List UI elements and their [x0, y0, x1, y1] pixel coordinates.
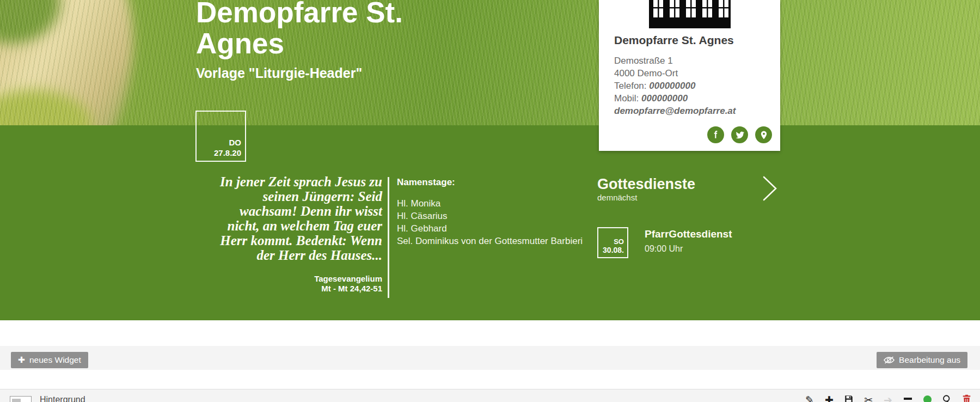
add-icon[interactable]: ✚	[824, 394, 835, 402]
minus-icon[interactable]	[902, 394, 913, 402]
hero-header: Demopfarre St. Agnes Vorlage "Liturgie-H…	[0, 0, 980, 125]
event-date: 30.08.	[603, 246, 624, 255]
editor-icon-row: ✎ ✚ ✂ ➔	[804, 394, 972, 402]
edit-pencil-icon[interactable]: ✎	[804, 394, 815, 402]
contact-street: Demostraße 1	[614, 54, 736, 67]
editor-toolbar: ✚ neues Widget Bearbeitung aus	[0, 346, 980, 370]
services-section: Gottesdienste demnächst	[597, 176, 782, 202]
new-widget-button[interactable]: ✚ neues Widget	[11, 352, 88, 368]
status-dot-icon[interactable]	[922, 394, 933, 402]
namenstage-item: Sel. Dominikus von der Gottesmutter Barb…	[397, 235, 593, 247]
edit-off-label: Bearbeitung aus	[899, 355, 960, 365]
contact-phone: 000000000	[649, 81, 695, 91]
parish-logo	[649, 0, 731, 28]
services-subheading: demnächst	[597, 193, 782, 202]
namenstage-section: Namenstage: Hl. Monika Hl. Cäsarius Hl. …	[397, 177, 593, 247]
page: Demopfarre St. Agnes Vorlage "Liturgie-H…	[0, 0, 980, 402]
eye-slash-icon	[884, 356, 895, 364]
services-heading[interactable]: Gottesdienste	[597, 176, 782, 192]
chevron-right-icon[interactable]	[762, 176, 777, 201]
liturgy-date-box: DO 27.8.20	[195, 111, 246, 162]
facebook-icon[interactable]	[707, 126, 724, 143]
plus-icon: ✚	[18, 355, 25, 365]
contact-mobile-line: Mobil: 000000000	[614, 92, 736, 105]
liturgy-date-day: DO	[229, 137, 242, 148]
gospel-source: Tagesevangelium Mt - Mt 24,42-51	[250, 274, 382, 294]
gospel-source-label: Tagesevangelium	[250, 274, 382, 284]
page-subtitle: Vorlage "Liturgie-Header"	[196, 65, 362, 81]
gospel-quote: In jener Zeit sprach Jesus zu seinen Jün…	[206, 174, 382, 263]
namenstage-item: Hl. Gebhard	[397, 222, 593, 235]
background-editor-bar: Hintergrund ✎ ✚ ✂ ➔	[0, 389, 980, 402]
gospel-source-ref: Mt - Mt 24,42-51	[250, 284, 382, 294]
namenstage-item: Hl. Monika	[397, 197, 593, 210]
edit-off-button[interactable]: Bearbeitung aus	[877, 352, 967, 368]
namenstage-heading: Namenstage:	[397, 177, 593, 188]
grass-photo-decoration	[0, 90, 93, 125]
vertical-divider	[388, 177, 389, 298]
namenstage-item: Hl. Cäsarius	[397, 210, 593, 222]
contact-address: Demostraße 1 4000 Demo-Ort Telefon: 0000…	[614, 54, 736, 117]
background-label: Hintergrund	[40, 395, 85, 402]
event-date-box: SO 30.08.	[597, 227, 628, 258]
grass-photo-decoration	[0, 0, 60, 44]
event-time: 09:00 Uhr	[645, 244, 732, 254]
contact-mobile: 000000000	[641, 93, 688, 103]
arrow-icon[interactable]: ➔	[883, 394, 893, 402]
event-title[interactable]: PfarrGottesdienst	[645, 228, 732, 240]
magnifier-icon[interactable]	[941, 394, 952, 402]
contact-name: Demopfarre St. Agnes	[614, 34, 734, 47]
background-thumbnail[interactable]	[10, 396, 32, 402]
page-title: Demopfarre St. Agnes	[196, 0, 457, 59]
twitter-icon[interactable]	[731, 126, 748, 143]
dirt-path-photo	[0, 0, 166, 125]
service-event-row[interactable]: SO 30.08. PfarrGottesdienst 09:00 Uhr	[597, 227, 732, 258]
cut-icon[interactable]: ✂	[863, 394, 874, 402]
social-links	[707, 126, 772, 143]
save-icon[interactable]	[843, 394, 854, 402]
location-pin-icon[interactable]	[755, 126, 772, 143]
liturgy-date-value: 27.8.20	[214, 148, 241, 158]
contact-city: 4000 Demo-Ort	[614, 67, 736, 80]
contact-phone-line: Telefon: 000000000	[614, 80, 736, 92]
event-day: SO	[614, 237, 624, 246]
new-widget-label: neues Widget	[29, 355, 81, 365]
contact-email[interactable]: demopfarre@demopfarre.at	[614, 105, 736, 117]
contact-card: Demopfarre St. Agnes Demostraße 1 4000 D…	[599, 0, 780, 151]
thumbnail-preview	[12, 399, 21, 402]
delete-icon[interactable]	[961, 394, 972, 402]
